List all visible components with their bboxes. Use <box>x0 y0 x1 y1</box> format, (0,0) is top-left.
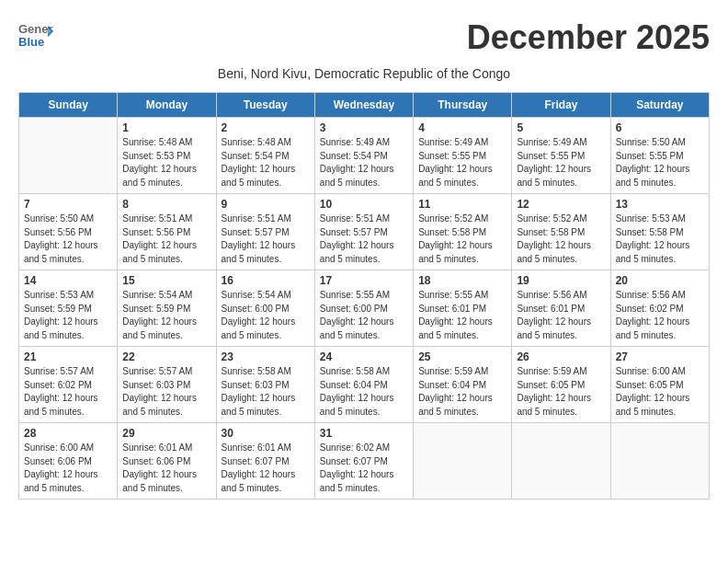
calendar-subtitle: Beni, Nord Kivu, Democratic Republic of … <box>18 66 710 81</box>
day-number: 10 <box>320 198 408 211</box>
calendar-table: SundayMondayTuesdayWednesdayThursdayFrid… <box>18 92 710 500</box>
calendar-week-row: 21Sunrise: 5:57 AMSunset: 6:02 PMDayligh… <box>19 347 710 423</box>
day-info: Sunrise: 5:51 AMSunset: 5:57 PMDaylight:… <box>222 213 310 266</box>
day-info: Sunrise: 5:49 AMSunset: 5:54 PMDaylight:… <box>320 136 408 190</box>
calendar-week-row: 1Sunrise: 5:48 AMSunset: 5:53 PMDaylight… <box>19 118 710 194</box>
day-number: 31 <box>320 427 408 440</box>
day-info: Sunrise: 6:01 AMSunset: 6:06 PMDaylight:… <box>122 442 210 495</box>
calendar-cell: 8Sunrise: 5:51 AMSunset: 5:56 PMDaylight… <box>118 194 216 270</box>
day-info: Sunrise: 6:02 AMSunset: 6:07 PMDaylight:… <box>320 442 408 495</box>
day-number: 18 <box>418 274 506 287</box>
day-info: Sunrise: 5:49 AMSunset: 5:55 PMDaylight:… <box>418 136 506 190</box>
day-number: 23 <box>222 350 310 363</box>
day-info: Sunrise: 5:55 AMSunset: 6:00 PMDaylight:… <box>320 289 408 342</box>
calendar-header-tuesday: Tuesday <box>216 93 314 118</box>
calendar-cell: 3Sunrise: 5:49 AMSunset: 5:54 PMDaylight… <box>314 118 413 194</box>
calendar-cell: 20Sunrise: 5:56 AMSunset: 6:02 PMDayligh… <box>610 270 709 347</box>
day-info: Sunrise: 5:58 AMSunset: 6:03 PMDaylight:… <box>222 365 310 419</box>
day-number: 22 <box>122 350 210 363</box>
day-number: 28 <box>24 427 112 440</box>
month-title: December 2025 <box>467 18 710 57</box>
calendar-week-row: 14Sunrise: 5:53 AMSunset: 5:59 PMDayligh… <box>19 270 710 347</box>
day-number: 15 <box>122 274 210 287</box>
day-info: Sunrise: 5:48 AMSunset: 5:53 PMDaylight:… <box>122 136 210 190</box>
calendar-cell: 23Sunrise: 5:58 AMSunset: 6:03 PMDayligh… <box>216 347 314 423</box>
day-info: Sunrise: 5:52 AMSunset: 5:58 PMDaylight:… <box>418 213 506 266</box>
day-number: 29 <box>122 427 210 440</box>
calendar-cell: 26Sunrise: 5:59 AMSunset: 6:05 PMDayligh… <box>512 347 610 423</box>
day-number: 16 <box>222 274 310 287</box>
calendar-cell: 9Sunrise: 5:51 AMSunset: 5:57 PMDaylight… <box>216 194 314 270</box>
calendar-cell <box>414 423 512 500</box>
calendar-week-row: 28Sunrise: 6:00 AMSunset: 6:06 PMDayligh… <box>19 423 710 500</box>
calendar-header-monday: Monday <box>118 93 216 118</box>
calendar-cell: 21Sunrise: 5:57 AMSunset: 6:02 PMDayligh… <box>19 347 118 423</box>
day-info: Sunrise: 5:48 AMSunset: 5:54 PMDaylight:… <box>222 136 310 190</box>
day-number: 30 <box>222 427 310 440</box>
day-number: 19 <box>517 274 605 287</box>
day-info: Sunrise: 5:50 AMSunset: 5:55 PMDaylight:… <box>616 136 704 190</box>
day-info: Sunrise: 5:58 AMSunset: 6:04 PMDaylight:… <box>320 365 408 419</box>
day-info: Sunrise: 5:50 AMSunset: 5:56 PMDaylight:… <box>24 213 112 266</box>
day-number: 17 <box>320 274 408 287</box>
day-info: Sunrise: 6:00 AMSunset: 6:06 PMDaylight:… <box>24 442 112 495</box>
day-info: Sunrise: 5:53 AMSunset: 5:59 PMDaylight:… <box>24 289 112 342</box>
day-info: Sunrise: 5:51 AMSunset: 5:57 PMDaylight:… <box>320 213 408 266</box>
day-info: Sunrise: 5:55 AMSunset: 6:01 PMDaylight:… <box>418 289 506 342</box>
calendar-cell: 14Sunrise: 5:53 AMSunset: 5:59 PMDayligh… <box>19 270 118 347</box>
day-info: Sunrise: 5:56 AMSunset: 6:02 PMDaylight:… <box>616 289 704 342</box>
calendar-cell: 13Sunrise: 5:53 AMSunset: 5:58 PMDayligh… <box>610 194 709 270</box>
day-info: Sunrise: 5:49 AMSunset: 5:55 PMDaylight:… <box>517 136 605 190</box>
calendar-cell: 24Sunrise: 5:58 AMSunset: 6:04 PMDayligh… <box>314 347 413 423</box>
calendar-cell: 1Sunrise: 5:48 AMSunset: 5:53 PMDaylight… <box>118 118 216 194</box>
calendar-cell: 10Sunrise: 5:51 AMSunset: 5:57 PMDayligh… <box>314 194 413 270</box>
calendar-cell <box>19 118 118 194</box>
day-number: 6 <box>616 121 704 134</box>
day-info: Sunrise: 5:59 AMSunset: 6:05 PMDaylight:… <box>517 365 605 419</box>
calendar-cell: 7Sunrise: 5:50 AMSunset: 5:56 PMDaylight… <box>19 194 118 270</box>
day-number: 25 <box>418 350 506 363</box>
calendar-header-sunday: Sunday <box>19 93 118 118</box>
day-info: Sunrise: 5:57 AMSunset: 6:03 PMDaylight:… <box>122 365 210 419</box>
calendar-cell: 29Sunrise: 6:01 AMSunset: 6:06 PMDayligh… <box>118 423 216 500</box>
calendar-header-friday: Friday <box>512 93 610 118</box>
day-number: 4 <box>418 121 506 134</box>
day-number: 3 <box>320 121 408 134</box>
day-info: Sunrise: 5:56 AMSunset: 6:01 PMDaylight:… <box>517 289 605 342</box>
day-number: 9 <box>222 198 310 211</box>
calendar-cell <box>610 423 709 500</box>
day-number: 5 <box>517 121 605 134</box>
day-number: 20 <box>616 274 704 287</box>
day-number: 7 <box>24 198 112 211</box>
calendar-cell: 15Sunrise: 5:54 AMSunset: 5:59 PMDayligh… <box>118 270 216 347</box>
day-number: 27 <box>616 350 704 363</box>
day-number: 1 <box>122 121 210 134</box>
calendar-cell: 11Sunrise: 5:52 AMSunset: 5:58 PMDayligh… <box>414 194 512 270</box>
day-info: Sunrise: 5:53 AMSunset: 5:58 PMDaylight:… <box>616 213 704 266</box>
calendar-cell: 25Sunrise: 5:59 AMSunset: 6:04 PMDayligh… <box>414 347 512 423</box>
calendar-header-saturday: Saturday <box>610 93 709 118</box>
day-number: 2 <box>222 121 310 134</box>
day-info: Sunrise: 5:52 AMSunset: 5:58 PMDaylight:… <box>517 213 605 266</box>
calendar-cell: 16Sunrise: 5:54 AMSunset: 6:00 PMDayligh… <box>216 270 314 347</box>
calendar-cell: 31Sunrise: 6:02 AMSunset: 6:07 PMDayligh… <box>314 423 413 500</box>
day-info: Sunrise: 6:01 AMSunset: 6:07 PMDaylight:… <box>222 442 310 495</box>
calendar-cell <box>512 423 610 500</box>
day-info: Sunrise: 5:54 AMSunset: 6:00 PMDaylight:… <box>222 289 310 342</box>
day-number: 12 <box>517 198 605 211</box>
day-number: 13 <box>616 198 704 211</box>
day-number: 8 <box>122 198 210 211</box>
day-number: 11 <box>418 198 506 211</box>
day-info: Sunrise: 6:00 AMSunset: 6:05 PMDaylight:… <box>616 365 704 419</box>
calendar-cell: 2Sunrise: 5:48 AMSunset: 5:54 PMDaylight… <box>216 118 314 194</box>
calendar-cell: 18Sunrise: 5:55 AMSunset: 6:01 PMDayligh… <box>414 270 512 347</box>
calendar-header-wednesday: Wednesday <box>314 93 413 118</box>
calendar-week-row: 7Sunrise: 5:50 AMSunset: 5:56 PMDaylight… <box>19 194 710 270</box>
calendar-cell: 4Sunrise: 5:49 AMSunset: 5:55 PMDaylight… <box>414 118 512 194</box>
page-header: General Blue December 2025 <box>18 18 710 57</box>
day-number: 26 <box>517 350 605 363</box>
day-number: 14 <box>24 274 112 287</box>
calendar-cell: 30Sunrise: 6:01 AMSunset: 6:07 PMDayligh… <box>216 423 314 500</box>
day-number: 21 <box>24 350 112 363</box>
calendar-cell: 27Sunrise: 6:00 AMSunset: 6:05 PMDayligh… <box>610 347 709 423</box>
